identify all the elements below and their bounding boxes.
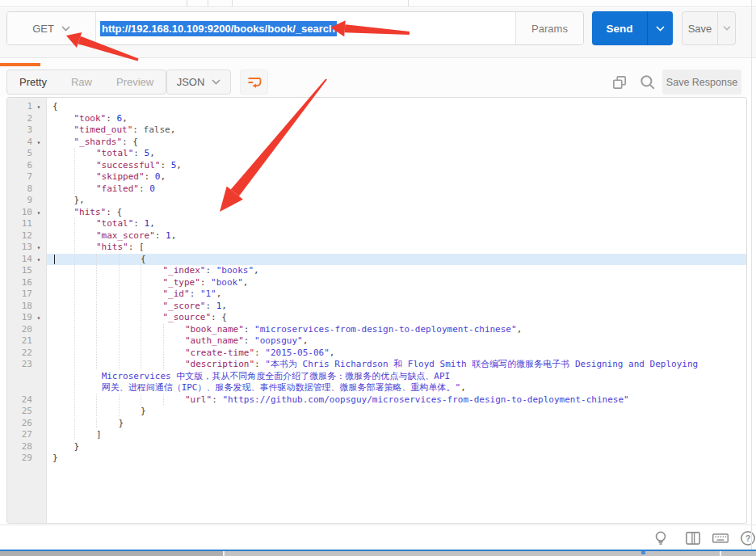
keyboard-shortcuts-icon[interactable] — [711, 529, 730, 548]
code-line-content: "description": "本书为 Chris Richardson 和 F… — [47, 359, 746, 371]
line-number-cell: 6 — [7, 160, 47, 172]
line-number: 29 — [7, 453, 32, 465]
response-body-editor[interactable]: 1▾{2 "took": 6,3 "timed_out": false,4▾ "… — [6, 97, 747, 524]
line-number: 12 — [7, 230, 32, 242]
line-number — [7, 382, 32, 394]
line-number: 2 — [7, 113, 32, 125]
line-number: 15 — [7, 265, 32, 277]
fold-toggle-icon[interactable]: ▾ — [32, 207, 45, 219]
line-number-cell: 4▾ — [7, 137, 47, 149]
fold-toggle-icon[interactable]: ▾ — [32, 312, 45, 324]
line-number-cell: 10▾ — [7, 207, 47, 219]
line-number-cell: 5 — [7, 148, 47, 160]
line-number: 21 — [7, 335, 32, 348]
code-line: 4▾ "_shards": { — [7, 137, 746, 149]
line-number: 11 — [7, 218, 32, 230]
line-number-cell: 12 — [7, 230, 47, 242]
tab-raw[interactable]: Raw — [59, 70, 104, 94]
code-line: 2 "took": 6, — [7, 113, 746, 125]
line-number-cell: 22 — [7, 348, 47, 360]
line-number-cell: 23 — [7, 359, 47, 371]
search-response-button[interactable] — [639, 74, 657, 91]
line-number-cell: 13▾ — [7, 242, 47, 254]
window-right-edge — [751, 0, 752, 550]
tab-preview[interactable]: Preview — [104, 70, 166, 94]
line-number: 9 — [7, 195, 32, 207]
code-line: 17 "_id": "1", — [7, 289, 746, 301]
code-line: 8 "failed": 0 — [7, 183, 746, 196]
fold-toggle-icon[interactable]: ▾ — [32, 242, 45, 254]
response-format-dropdown[interactable]: JSON — [166, 70, 231, 95]
line-number-cell — [7, 382, 47, 394]
line-number: 13 — [7, 242, 32, 254]
code-line: 16 "_type": "book", — [7, 277, 746, 289]
fold-toggle-icon[interactable]: ▾ — [32, 254, 45, 266]
line-number-cell: 15 — [7, 265, 47, 277]
code-line-content: "url": "https://github.com/oopsguy/micro… — [47, 394, 746, 406]
line-number: 20 — [7, 324, 32, 336]
line-number: 4 — [7, 137, 32, 149]
response-format-label: JSON — [177, 76, 205, 88]
background-window-edge — [0, 550, 756, 556]
line-number-cell: 7 — [7, 171, 47, 183]
save-options-dropdown[interactable] — [717, 12, 735, 44]
code-line-content: "max_score": 1, — [47, 230, 746, 242]
background-window-tab — [0, 551, 223, 556]
copy-response-button[interactable] — [611, 74, 628, 91]
response-view-tabs: Pretty Raw Preview — [6, 70, 166, 95]
search-icon — [639, 74, 657, 91]
code-line: 23 "description": "本书为 Chris Richardson … — [7, 359, 746, 371]
code-line-content: ] — [47, 429, 746, 441]
code-line-content: "total": 5, — [47, 148, 746, 160]
status-bar: ? — [0, 524, 756, 550]
tab-pretty[interactable]: Pretty — [7, 70, 59, 94]
line-number-cell: 25 — [7, 406, 47, 418]
fold-toggle-icon[interactable]: ▾ — [32, 101, 45, 113]
code-line-content: "auth_name": "oopsguy", — [47, 335, 746, 348]
code-line-content: "skipped": 0, — [47, 171, 746, 183]
params-button[interactable]: Params — [515, 12, 583, 44]
send-button[interactable]: Send — [592, 11, 647, 45]
line-number — [7, 371, 32, 383]
code-line: Microservices 中文版，其从不同角度全面介绍了微服务：微服务的优点与… — [7, 371, 746, 383]
svg-text:?: ? — [746, 533, 751, 543]
fold-toggle-icon[interactable]: ▾ — [32, 137, 45, 149]
tab-divider — [187, 0, 187, 6]
code-line: 3 "timed_out": false, — [7, 124, 746, 137]
line-number: 22 — [7, 348, 32, 360]
save-response-button[interactable]: Save Response — [662, 70, 741, 95]
code-line-content: { — [47, 254, 746, 266]
line-number-cell: 17 — [7, 289, 47, 301]
line-number: 6 — [7, 160, 32, 172]
code-line-content: Microservices 中文版，其从不同角度全面介绍了微服务：微服务的优点与… — [47, 371, 746, 383]
chevron-down-icon — [656, 26, 665, 32]
line-number-cell: 2 — [7, 113, 47, 125]
url-input[interactable]: http://192.168.10.109:9200/books/book/_s… — [96, 12, 515, 44]
code-line: 13▾ "hits": [ — [7, 242, 746, 254]
code-line: 网关、进程间通信（IPC）、服务发现、事件驱动数据管理、微服务部署策略、重构单体… — [7, 382, 746, 394]
code-line-content: 网关、进程间通信（IPC）、服务发现、事件驱动数据管理、微服务部署策略、重构单体… — [47, 382, 746, 394]
code-line: 26 } — [7, 418, 746, 430]
split-panes-icon[interactable] — [683, 529, 703, 548]
url-selected-text: http://192.168.10.109:9200/books/book/_s… — [100, 21, 337, 36]
chevron-down-icon — [723, 26, 731, 31]
save-button[interactable]: Save — [682, 12, 717, 44]
line-number: 27 — [7, 429, 32, 441]
background-window-tabs — [0, 551, 756, 556]
line-number-cell: 16 — [7, 277, 47, 289]
line-number-cell: 8 — [7, 183, 47, 196]
line-number: 24 — [7, 394, 32, 406]
lightbulb-icon[interactable] — [651, 529, 670, 548]
code-line: 14▾ { — [7, 254, 746, 266]
line-number: 7 — [7, 171, 32, 183]
params-label: Params — [531, 23, 568, 35]
send-options-dropdown[interactable] — [647, 11, 673, 45]
code-line: 15 "_index": "books", — [7, 265, 746, 277]
tab-divider — [720, 551, 721, 556]
wrap-text-button[interactable] — [240, 70, 268, 95]
help-icon[interactable]: ? — [738, 529, 756, 548]
http-method-dropdown[interactable]: GET — [7, 12, 96, 44]
code-line-content: "_index": "books", — [47, 265, 746, 277]
code-line: 18 "_score": 1, — [7, 301, 746, 313]
line-number: 25 — [7, 406, 32, 418]
